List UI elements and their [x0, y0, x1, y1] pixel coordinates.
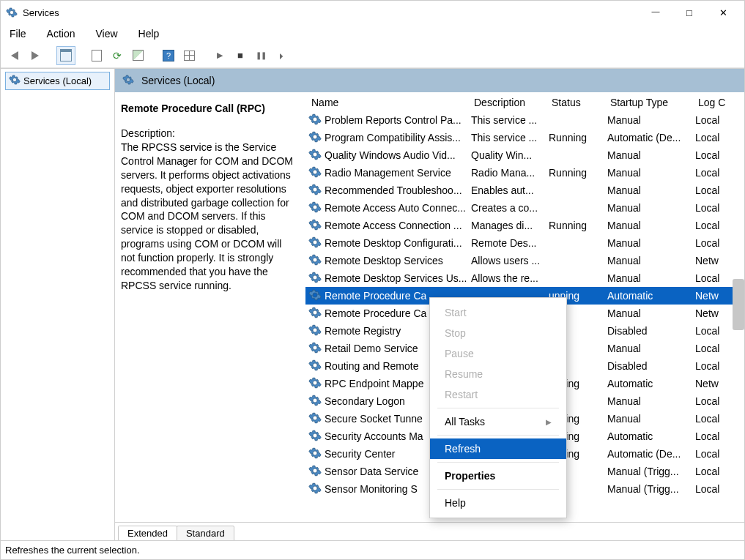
service-desc: Allows the re... — [468, 272, 546, 284]
service-row[interactable]: Remote Access Auto Connec...Creates a co… — [305, 199, 744, 217]
vertical-scrollbar[interactable] — [733, 279, 744, 330]
gear-icon — [308, 376, 322, 392]
service-logon: Netw — [692, 378, 727, 389]
gear-icon — [308, 464, 322, 479]
help-button[interactable] — [159, 46, 178, 65]
service-row[interactable]: Recommended Troubleshoo...Enables aut...… — [305, 182, 744, 199]
detail-description: The RPCSS service is the Service Control… — [121, 141, 298, 293]
service-logon: Local — [692, 325, 727, 337]
menu-help[interactable]: Help — [134, 26, 164, 41]
service-row[interactable]: Program Compatibility Assis...This servi… — [305, 129, 744, 146]
detail-pane: Remote Procedure Call (RPC) Description:… — [115, 92, 305, 522]
context-item-label: Resume — [445, 368, 483, 380]
service-row[interactable]: Radio Management ServiceRadio Mana...Run… — [305, 164, 744, 182]
col-status[interactable]: Status — [549, 97, 607, 108]
col-logon[interactable]: Log C — [695, 97, 730, 108]
menu-action[interactable]: Action — [42, 26, 80, 41]
service-startup: Manual — [604, 395, 692, 407]
col-description[interactable]: Description — [471, 97, 549, 108]
service-startup: Automatic — [604, 378, 692, 389]
context-item-label: Refresh — [445, 443, 481, 455]
gear-icon — [308, 482, 322, 497]
stop-service-button[interactable] — [231, 46, 250, 65]
context-stop: Stop — [430, 323, 566, 343]
service-logon: Local — [692, 413, 727, 425]
service-desc: Creates a co... — [468, 202, 546, 214]
service-startup: Manual — [604, 272, 692, 284]
context-separator — [437, 462, 559, 463]
context-separator — [437, 489, 559, 490]
service-startup: Disabled — [604, 325, 692, 337]
col-name[interactable]: Name — [308, 97, 471, 108]
menu-view[interactable]: View — [91, 26, 122, 41]
minimize-button[interactable] — [639, 2, 672, 23]
tree-root[interactable]: Services (Local) — [5, 72, 110, 90]
service-startup: Manual (Trigg... — [604, 483, 692, 495]
show-hide-tree-button[interactable] — [56, 46, 75, 65]
context-item-label: Properties — [445, 470, 495, 482]
restart-service-button[interactable] — [272, 46, 291, 65]
gear-icon — [308, 253, 322, 269]
titlebar: Services — [1, 1, 744, 24]
back-button[interactable] — [5, 46, 24, 65]
context-properties[interactable]: Properties — [430, 466, 566, 486]
service-name: Remote Access Auto Connec... — [325, 202, 466, 214]
service-row[interactable]: Problem Reports Control Pa...This servic… — [305, 111, 744, 129]
context-help[interactable]: Help — [430, 493, 566, 513]
service-row[interactable]: Remote Access Connection ...Manages di..… — [305, 217, 744, 234]
context-refresh[interactable]: Refresh — [430, 438, 566, 459]
service-startup: Manual (Trigg... — [604, 466, 692, 477]
maximize-button[interactable] — [672, 2, 706, 23]
service-name: Recommended Troubleshoo... — [325, 184, 462, 196]
col-startup-type[interactable]: Startup Type — [607, 97, 695, 108]
service-name: Remote Registry — [325, 325, 401, 337]
service-startup: Manual — [604, 220, 692, 231]
tab-standard[interactable]: Standard — [177, 526, 234, 540]
service-startup: Manual — [604, 255, 692, 266]
tab-extended[interactable]: Extended — [118, 526, 177, 540]
service-desc: This service ... — [468, 114, 546, 126]
service-name: Secure Socket Tunne — [325, 413, 423, 425]
service-logon: Netw — [692, 307, 727, 319]
service-row[interactable]: Remote Desktop Configurati...Remote Des.… — [305, 234, 744, 252]
service-startup: Automatic — [604, 430, 692, 442]
service-logon: Local — [692, 149, 727, 161]
gear-icon — [308, 288, 322, 304]
service-row[interactable]: Remote Desktop ServicesAllows users ...M… — [305, 252, 744, 269]
service-status: Running — [546, 132, 604, 143]
service-logon: Local — [692, 448, 727, 460]
service-logon: Local — [692, 430, 727, 442]
service-desc: Radio Mana... — [468, 167, 546, 179]
gear-icon — [308, 165, 322, 181]
menu-file[interactable]: File — [5, 26, 31, 41]
service-name: Remote Procedure Ca — [325, 290, 426, 302]
export-list-button[interactable] — [128, 46, 147, 65]
column-headers: Name Description Status Startup Type Log… — [305, 92, 744, 111]
gear-icon — [308, 113, 322, 128]
forward-button[interactable] — [26, 46, 45, 65]
service-row[interactable]: Quality Windows Audio Vid...Quality Win.… — [305, 146, 744, 164]
gear-icon — [308, 394, 322, 409]
gear-icon — [308, 324, 322, 339]
service-startup: Manual — [604, 237, 692, 249]
service-row[interactable]: Remote Desktop Services Us...Allows the … — [305, 269, 744, 287]
menubar: File Action View Help — [1, 24, 744, 43]
pause-service-button[interactable] — [251, 46, 270, 65]
view-button[interactable] — [179, 46, 199, 65]
start-service-button[interactable] — [210, 46, 229, 65]
context-all-tasks[interactable]: All Tasks▶ — [430, 411, 566, 432]
close-button[interactable] — [706, 2, 740, 23]
service-startup: Disabled — [604, 360, 692, 372]
context-item-label: Stop — [445, 327, 466, 339]
service-startup: Manual — [604, 202, 692, 214]
service-logon: Local — [692, 343, 727, 354]
chevron-right-icon: ▶ — [546, 418, 552, 426]
service-name: Retail Demo Service — [325, 343, 418, 354]
refresh-button[interactable] — [108, 46, 127, 65]
gear-icon — [122, 74, 134, 88]
gear-icon — [308, 411, 322, 427]
service-startup: Manual — [604, 343, 692, 354]
properties-button[interactable] — [87, 46, 106, 65]
service-logon: Local — [692, 483, 727, 495]
gear-icon — [308, 271, 322, 286]
